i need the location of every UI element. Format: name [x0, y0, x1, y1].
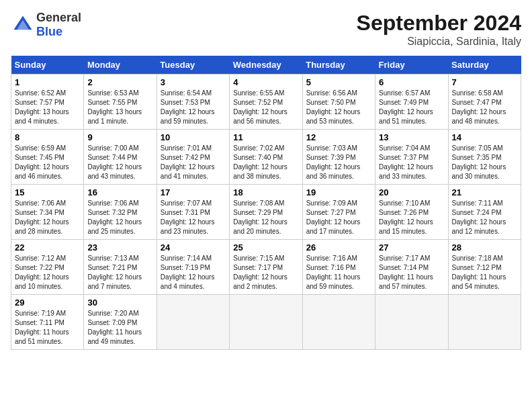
calendar-cell: 24 Sunrise: 7:14 AM Sunset: 7:19 PM Dayl… — [157, 240, 229, 295]
day-info: Sunrise: 7:13 AM Sunset: 7:21 PM Dayligh… — [87, 254, 152, 291]
week-row-4: 22 Sunrise: 7:12 AM Sunset: 7:22 PM Dayl… — [11, 240, 521, 295]
calendar-header-row: Sunday Monday Tuesday Wednesday Thursday… — [11, 56, 521, 75]
col-wednesday: Wednesday — [230, 56, 302, 75]
day-info: Sunrise: 7:03 AM Sunset: 7:39 PM Dayligh… — [306, 144, 371, 181]
day-info: Sunrise: 7:05 AM Sunset: 7:35 PM Dayligh… — [452, 144, 517, 181]
day-info: Sunrise: 7:08 AM Sunset: 7:29 PM Dayligh… — [233, 199, 298, 236]
day-info: Sunrise: 7:16 AM Sunset: 7:16 PM Dayligh… — [306, 254, 371, 291]
day-info: Sunrise: 7:04 AM Sunset: 7:37 PM Dayligh… — [379, 144, 444, 181]
calendar-cell: 9 Sunrise: 7:00 AM Sunset: 7:44 PM Dayli… — [84, 130, 157, 185]
calendar-table: Sunday Monday Tuesday Wednesday Thursday… — [11, 56, 521, 350]
day-info: Sunrise: 7:19 AM Sunset: 7:11 PM Dayligh… — [15, 309, 80, 347]
calendar-cell: 3 Sunrise: 6:54 AM Sunset: 7:53 PM Dayli… — [157, 75, 229, 130]
logo: General Blue — [11, 11, 81, 39]
week-row-1: 1 Sunrise: 6:52 AM Sunset: 7:57 PM Dayli… — [11, 75, 521, 130]
calendar-cell — [230, 295, 302, 350]
day-number: 16 — [87, 187, 152, 197]
calendar-cell: 17 Sunrise: 7:07 AM Sunset: 7:31 PM Dayl… — [157, 185, 229, 240]
day-number: 10 — [161, 132, 226, 142]
day-number: 9 — [87, 132, 152, 142]
calendar-cell: 6 Sunrise: 6:57 AM Sunset: 7:49 PM Dayli… — [375, 75, 448, 130]
logo-blue-text: Blue — [36, 25, 62, 38]
calendar-cell: 1 Sunrise: 6:52 AM Sunset: 7:57 PM Dayli… — [11, 75, 84, 130]
calendar-cell: 29 Sunrise: 7:19 AM Sunset: 7:11 PM Dayl… — [11, 295, 84, 350]
col-friday: Friday — [375, 56, 448, 75]
day-number: 5 — [306, 77, 371, 87]
logo-general-text: General — [36, 11, 81, 24]
day-number: 14 — [452, 132, 517, 142]
calendar-cell: 19 Sunrise: 7:09 AM Sunset: 7:27 PM Dayl… — [302, 185, 375, 240]
day-info: Sunrise: 7:20 AM Sunset: 7:09 PM Dayligh… — [87, 309, 152, 347]
day-number: 17 — [161, 187, 226, 197]
day-number: 18 — [233, 187, 298, 197]
day-number: 20 — [379, 187, 444, 197]
calendar-cell: 22 Sunrise: 7:12 AM Sunset: 7:22 PM Dayl… — [11, 240, 84, 295]
day-number: 3 — [161, 77, 226, 87]
col-tuesday: Tuesday — [157, 56, 229, 75]
calendar-cell: 18 Sunrise: 7:08 AM Sunset: 7:29 PM Dayl… — [230, 185, 302, 240]
day-info: Sunrise: 7:01 AM Sunset: 7:42 PM Dayligh… — [161, 144, 226, 181]
day-info: Sunrise: 6:53 AM Sunset: 7:55 PM Dayligh… — [87, 89, 152, 126]
location: Siapiccia, Sardinia, Italy — [357, 36, 521, 48]
day-info: Sunrise: 7:00 AM Sunset: 7:44 PM Dayligh… — [87, 144, 152, 181]
day-info: Sunrise: 6:56 AM Sunset: 7:50 PM Dayligh… — [306, 89, 371, 126]
day-info: Sunrise: 6:59 AM Sunset: 7:45 PM Dayligh… — [15, 144, 80, 181]
day-info: Sunrise: 7:14 AM Sunset: 7:19 PM Dayligh… — [161, 254, 226, 291]
day-number: 19 — [306, 187, 371, 197]
col-saturday: Saturday — [448, 56, 521, 75]
calendar-cell: 10 Sunrise: 7:01 AM Sunset: 7:42 PM Dayl… — [157, 130, 229, 185]
day-number: 21 — [452, 187, 517, 197]
day-info: Sunrise: 7:07 AM Sunset: 7:31 PM Dayligh… — [161, 199, 226, 236]
calendar-cell: 4 Sunrise: 6:55 AM Sunset: 7:52 PM Dayli… — [230, 75, 302, 130]
day-number: 2 — [87, 77, 152, 87]
logo-icon — [11, 13, 35, 37]
day-number: 6 — [379, 77, 444, 87]
calendar-cell: 13 Sunrise: 7:04 AM Sunset: 7:37 PM Dayl… — [375, 130, 448, 185]
week-row-2: 8 Sunrise: 6:59 AM Sunset: 7:45 PM Dayli… — [11, 130, 521, 185]
day-info: Sunrise: 6:58 AM Sunset: 7:47 PM Dayligh… — [452, 89, 517, 126]
calendar-cell: 12 Sunrise: 7:03 AM Sunset: 7:39 PM Dayl… — [302, 130, 375, 185]
calendar-cell: 20 Sunrise: 7:10 AM Sunset: 7:26 PM Dayl… — [375, 185, 448, 240]
title-block: September 2024 Siapiccia, Sardinia, Ital… — [357, 11, 521, 48]
day-number: 1 — [15, 77, 80, 87]
day-info: Sunrise: 7:18 AM Sunset: 7:12 PM Dayligh… — [452, 254, 517, 291]
calendar-cell — [302, 295, 375, 350]
day-number: 25 — [233, 242, 298, 253]
day-number: 7 — [452, 77, 517, 87]
day-number: 26 — [306, 242, 371, 253]
day-info: Sunrise: 7:11 AM Sunset: 7:24 PM Dayligh… — [452, 199, 517, 236]
calendar-cell: 15 Sunrise: 7:06 AM Sunset: 7:34 PM Dayl… — [11, 185, 84, 240]
calendar-cell — [375, 295, 448, 350]
day-info: Sunrise: 6:54 AM Sunset: 7:53 PM Dayligh… — [161, 89, 226, 126]
calendar-cell — [157, 295, 229, 350]
day-info: Sunrise: 6:55 AM Sunset: 7:52 PM Dayligh… — [233, 89, 298, 126]
calendar-cell: 7 Sunrise: 6:58 AM Sunset: 7:47 PM Dayli… — [448, 75, 521, 130]
page-header: General Blue September 2024 Siapiccia, S… — [11, 11, 521, 48]
day-number: 30 — [87, 298, 152, 308]
calendar-cell: 26 Sunrise: 7:16 AM Sunset: 7:16 PM Dayl… — [302, 240, 375, 295]
calendar-cell: 8 Sunrise: 6:59 AM Sunset: 7:45 PM Dayli… — [11, 130, 84, 185]
day-info: Sunrise: 6:57 AM Sunset: 7:49 PM Dayligh… — [379, 89, 444, 126]
day-number: 4 — [233, 77, 298, 87]
day-info: Sunrise: 7:10 AM Sunset: 7:26 PM Dayligh… — [379, 199, 444, 236]
calendar-cell: 27 Sunrise: 7:17 AM Sunset: 7:14 PM Dayl… — [375, 240, 448, 295]
calendar-cell: 21 Sunrise: 7:11 AM Sunset: 7:24 PM Dayl… — [448, 185, 521, 240]
calendar-cell: 30 Sunrise: 7:20 AM Sunset: 7:09 PM Dayl… — [84, 295, 157, 350]
week-row-3: 15 Sunrise: 7:06 AM Sunset: 7:34 PM Dayl… — [11, 185, 521, 240]
calendar-cell: 5 Sunrise: 6:56 AM Sunset: 7:50 PM Dayli… — [302, 75, 375, 130]
calendar-cell: 23 Sunrise: 7:13 AM Sunset: 7:21 PM Dayl… — [84, 240, 157, 295]
day-info: Sunrise: 7:09 AM Sunset: 7:27 PM Dayligh… — [306, 199, 371, 236]
calendar-cell: 28 Sunrise: 7:18 AM Sunset: 7:12 PM Dayl… — [448, 240, 521, 295]
day-number: 13 — [379, 132, 444, 142]
day-info: Sunrise: 6:52 AM Sunset: 7:57 PM Dayligh… — [15, 89, 80, 126]
col-monday: Monday — [84, 56, 157, 75]
day-number: 29 — [15, 298, 80, 308]
day-info: Sunrise: 7:02 AM Sunset: 7:40 PM Dayligh… — [233, 144, 298, 181]
col-thursday: Thursday — [302, 56, 375, 75]
day-number: 28 — [452, 242, 517, 253]
calendar-cell: 14 Sunrise: 7:05 AM Sunset: 7:35 PM Dayl… — [448, 130, 521, 185]
day-number: 11 — [233, 132, 298, 142]
day-info: Sunrise: 7:15 AM Sunset: 7:17 PM Dayligh… — [233, 254, 298, 291]
week-row-5: 29 Sunrise: 7:19 AM Sunset: 7:11 PM Dayl… — [11, 295, 521, 350]
day-info: Sunrise: 7:06 AM Sunset: 7:34 PM Dayligh… — [15, 199, 80, 236]
